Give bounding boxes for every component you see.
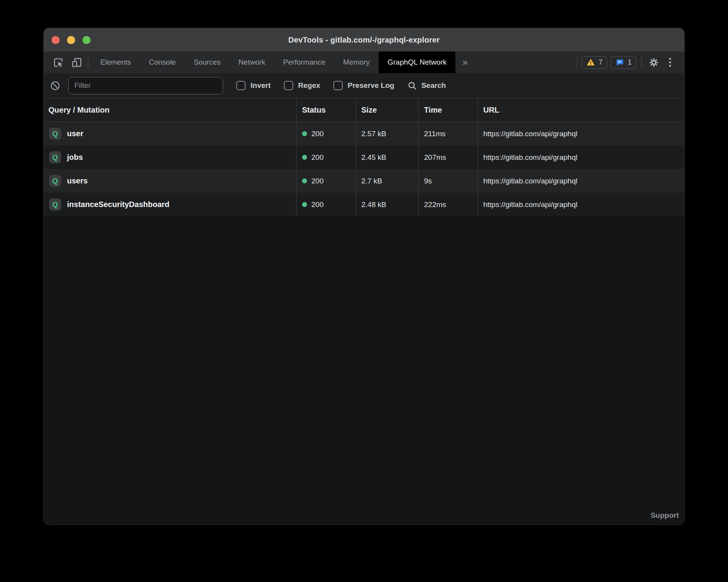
tab-elements[interactable]: Elements: [91, 51, 140, 73]
tab-sources[interactable]: Sources: [185, 51, 230, 73]
preserve-log-checkbox[interactable]: [333, 81, 343, 90]
divider: [88, 57, 88, 68]
query-name: jobs: [67, 153, 83, 162]
time-value: 9s: [424, 177, 432, 185]
query-name: user: [67, 129, 83, 138]
support-link[interactable]: Support: [651, 511, 679, 520]
warnings-badge[interactable]: 7: [582, 56, 607, 69]
time-value: 207ms: [424, 153, 446, 162]
close-button[interactable]: [52, 36, 60, 44]
size-value: 2.45 kB: [361, 153, 386, 162]
search-button[interactable]: Search: [407, 81, 446, 91]
invert-label: Invert: [251, 81, 271, 90]
status-code: 200: [311, 177, 324, 185]
url-value: https://gitlab.com/api/graphql: [483, 153, 577, 162]
size-value: 2.48 kB: [361, 200, 386, 209]
query-type-badge: Q: [49, 151, 61, 163]
query-name: instanceSecurityDashboard: [67, 200, 170, 209]
message-count: 1: [628, 58, 632, 67]
query-type-badge: Q: [49, 128, 61, 140]
devtools-window: DevTools - gitlab.com/-/graphql-explorer…: [43, 28, 685, 525]
device-toolbar-icon[interactable]: [69, 51, 85, 73]
table-row[interactable]: Q user 200 2.57 kB 211ms https://gitlab.…: [44, 122, 684, 146]
preserve-log-checkbox-group: Preserve Log: [333, 81, 394, 90]
invert-checkbox-group: Invert: [236, 81, 271, 90]
tab-network[interactable]: Network: [230, 51, 275, 73]
warning-icon: [586, 58, 595, 67]
traffic-lights: [52, 28, 91, 51]
time-value: 211ms: [424, 130, 446, 138]
divider: [577, 57, 577, 68]
query-name: users: [67, 176, 88, 185]
filter-toolbar: Invert Regex Preserve Log Search: [44, 73, 684, 98]
devtools-tabbar: Elements Console Sources Network Perform…: [44, 51, 684, 73]
query-type-badge: Q: [49, 175, 61, 187]
column-header-time[interactable]: Time: [418, 98, 477, 122]
status-ok-dot: [302, 202, 307, 207]
clear-requests-icon[interactable]: [50, 80, 60, 91]
preserve-log-label: Preserve Log: [348, 81, 394, 90]
regex-checkbox-group: Regex: [284, 81, 320, 90]
url-value: https://gitlab.com/api/graphql: [483, 200, 577, 209]
toolbar-right: 7 1: [576, 51, 684, 73]
regex-label: Regex: [298, 81, 320, 90]
tab-performance[interactable]: Performance: [274, 51, 334, 73]
warning-count: 7: [599, 58, 603, 67]
url-value: https://gitlab.com/api/graphql: [483, 130, 577, 138]
status-code: 200: [311, 200, 324, 209]
invert-checkbox[interactable]: [236, 81, 246, 90]
table-row[interactable]: Q jobs 200 2.45 kB 207ms https://gitlab.…: [44, 146, 684, 169]
tab-graphql-network[interactable]: GraphQL Network: [379, 51, 455, 73]
inspect-element-icon[interactable]: [50, 51, 66, 73]
column-header-url[interactable]: URL: [477, 98, 684, 122]
table-empty-area: Support: [44, 216, 684, 524]
tab-memory[interactable]: Memory: [334, 51, 379, 73]
column-header-status[interactable]: Status: [296, 98, 355, 122]
regex-checkbox[interactable]: [284, 81, 293, 90]
filter-input[interactable]: [68, 77, 223, 94]
minimize-button[interactable]: [67, 36, 75, 44]
table-header: Query / Mutation Status Size Time URL: [44, 98, 684, 122]
status-code: 200: [311, 153, 324, 162]
url-value: https://gitlab.com/api/graphql: [483, 177, 577, 185]
divider: [641, 57, 642, 68]
column-header-size[interactable]: Size: [355, 98, 418, 122]
tab-console[interactable]: Console: [140, 51, 185, 73]
query-type-badge: Q: [49, 199, 61, 211]
status-code: 200: [311, 130, 324, 138]
toolbar-left-icons: [44, 51, 85, 73]
table-row[interactable]: Q instanceSecurityDashboard 200 2.48 kB …: [44, 193, 684, 216]
column-header-query-mutation[interactable]: Query / Mutation: [44, 98, 296, 122]
size-value: 2.57 kB: [361, 130, 386, 138]
time-value: 222ms: [424, 200, 446, 209]
status-ok-dot: [302, 155, 307, 160]
size-value: 2.7 kB: [361, 177, 382, 185]
requests-table-body: Q user 200 2.57 kB 211ms https://gitlab.…: [44, 122, 684, 216]
zoom-button[interactable]: [82, 36, 91, 44]
messages-badge[interactable]: 1: [611, 56, 636, 69]
table-row[interactable]: Q users 200 2.7 kB 9s https://gitlab.com…: [44, 169, 684, 193]
settings-gear-icon[interactable]: [647, 51, 661, 73]
status-ok-dot: [302, 131, 307, 136]
more-tabs-button[interactable]: »: [455, 51, 474, 73]
titlebar: DevTools - gitlab.com/-/graphql-explorer: [44, 28, 684, 51]
search-label: Search: [421, 81, 446, 90]
more-options-icon[interactable]: [664, 51, 676, 73]
status-ok-dot: [302, 178, 307, 183]
search-icon: [407, 81, 417, 91]
message-icon: [615, 58, 624, 67]
panel-tabs: Elements Console Sources Network Perform…: [91, 51, 455, 73]
window-title: DevTools - gitlab.com/-/graphql-explorer: [288, 36, 440, 45]
